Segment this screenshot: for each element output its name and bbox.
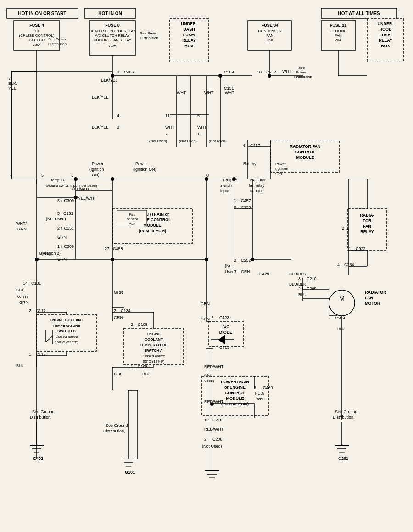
svg-text:UNDER-: UNDER- — [181, 22, 197, 26]
svg-text:BLK/: BLK/ — [8, 81, 17, 86]
svg-text:switch: switch — [220, 183, 232, 188]
svg-text:WHT: WHT — [256, 397, 266, 401]
svg-text:RELAY: RELAY — [360, 230, 374, 234]
svg-text:POWERTRAIN: POWERTRAIN — [221, 380, 249, 384]
svg-text:C209: C209 — [307, 286, 317, 291]
svg-text:C406: C406 — [124, 70, 134, 74]
svg-text:C108: C108 — [138, 364, 148, 369]
svg-text:7: 7 — [8, 77, 11, 81]
svg-text:A/C: A/C — [222, 325, 229, 329]
svg-text:FUSE 34: FUSE 34 — [262, 23, 279, 28]
svg-text:C151: C151 — [224, 86, 234, 90]
svg-text:15A: 15A — [267, 38, 273, 42]
svg-text:4: 4 — [117, 113, 119, 118]
svg-text:ENGINE COOLANT: ENGINE COOLANT — [50, 318, 84, 322]
svg-text:FAN: FAN — [365, 296, 373, 300]
svg-text:RELAY: RELAY — [182, 38, 196, 43]
svg-text:GRN: GRN — [17, 227, 27, 231]
svg-text:RADIATOR FAN: RADIATOR FAN — [290, 144, 320, 149]
svg-text:BLU: BLU — [298, 292, 307, 297]
svg-text:2: 2 — [204, 437, 206, 442]
svg-text:See Ground: See Ground — [32, 409, 55, 414]
svg-point-284 — [111, 177, 114, 181]
svg-text:BOX: BOX — [184, 44, 194, 48]
svg-text:27: 27 — [105, 246, 109, 251]
svg-text:HEATER CONTROL RELAY: HEATER CONTROL RELAY — [89, 29, 136, 33]
svg-text:FUSE 8: FUSE 8 — [105, 23, 120, 28]
svg-text:RED/WHT: RED/WHT — [204, 427, 223, 431]
svg-text:Power: Power — [92, 162, 104, 166]
svg-text:(Not: (Not — [225, 263, 233, 268]
svg-text:See Power: See Power — [140, 31, 158, 35]
svg-text:HOT IN ON: HOT IN ON — [98, 11, 122, 16]
svg-text:COOLANT: COOLANT — [145, 337, 163, 342]
svg-text:fan relay: fan relay — [249, 183, 265, 188]
svg-text:UNDER-: UNDER- — [378, 22, 394, 26]
svg-text:Closed above: Closed above — [143, 354, 165, 358]
svg-text:GRN: GRN — [39, 251, 48, 256]
svg-text:5: 5 — [197, 113, 200, 118]
svg-text:(Not Used): (Not Used) — [46, 217, 66, 221]
svg-text:Distribution,: Distribution, — [294, 75, 313, 79]
svg-text:SWITCH B: SWITCH B — [57, 329, 76, 333]
svg-text:BOX: BOX — [381, 44, 390, 48]
svg-text:control: control — [127, 217, 138, 221]
svg-text:2: 2 — [342, 226, 344, 230]
svg-text:A27: A27 — [129, 222, 136, 226]
svg-text:(ignition: (ignition — [275, 167, 288, 171]
svg-text:C423: C423 — [219, 345, 229, 350]
svg-text:FUSE 4: FUSE 4 — [29, 23, 44, 28]
svg-text:EAT ECU: EAT ECU — [29, 38, 45, 42]
svg-text:(PCM or ECM): (PCM or ECM) — [139, 229, 166, 233]
svg-text:Distribution,: Distribution, — [140, 36, 159, 40]
svg-text:WHT/: WHT/ — [16, 221, 27, 226]
svg-text:FUSE/: FUSE/ — [380, 33, 392, 37]
svg-text:TOR: TOR — [363, 218, 372, 223]
svg-text:11: 11 — [165, 113, 170, 118]
svg-text:WHT: WHT — [177, 90, 186, 95]
svg-text:Distribution,: Distribution, — [48, 42, 67, 46]
svg-text:C252: C252 — [241, 258, 251, 263]
svg-text:G402: G402 — [33, 456, 43, 461]
svg-point-328 — [251, 258, 254, 261]
svg-text:C309: C309 — [224, 70, 234, 74]
svg-text:DASH: DASH — [183, 27, 195, 32]
svg-text:20A: 20A — [335, 38, 342, 42]
svg-text:ENGINE: ENGINE — [147, 332, 161, 336]
svg-text:control: control — [250, 189, 262, 193]
diagram-svg: HOT IN ON OR START HOT IN ON HOT AT ALL … — [0, 0, 413, 532]
svg-text:FAN: FAN — [335, 34, 342, 38]
svg-text:C423: C423 — [219, 315, 229, 320]
svg-text:(ignition ON): (ignition ON) — [133, 167, 156, 172]
svg-text:FUSE/: FUSE/ — [183, 33, 195, 37]
svg-text:2 ↑ C151: 2 ↑ C151 — [57, 226, 74, 230]
svg-text:3: 3 — [298, 276, 301, 281]
svg-text:C210: C210 — [212, 418, 223, 422]
svg-text:GRN: GRN — [201, 302, 210, 306]
svg-text:Fan: Fan — [129, 213, 135, 217]
svg-text:2: 2 — [131, 322, 133, 327]
svg-text:DIODE: DIODE — [219, 330, 233, 335]
svg-text:ECU: ECU — [33, 29, 41, 33]
svg-text:See Power: See Power — [48, 37, 66, 41]
svg-text:BLK/YEL: BLK/YEL — [92, 125, 109, 129]
svg-text:See Ground: See Ground — [335, 409, 357, 414]
svg-text:BLK: BLK — [16, 364, 24, 368]
svg-point-285 — [205, 177, 208, 181]
svg-text:GRN: GRN — [19, 300, 28, 305]
svg-text:RED/WHT: RED/WHT — [204, 399, 223, 404]
svg-text:RED/: RED/ — [255, 391, 265, 396]
svg-text:G101: G101 — [125, 470, 135, 475]
svg-text:See: See — [298, 66, 305, 70]
svg-text:C209: C209 — [335, 316, 345, 320]
svg-text:2: 2 — [211, 315, 213, 320]
svg-text:RADIA-: RADIA- — [360, 213, 374, 218]
svg-text:CONTROL: CONTROL — [225, 391, 246, 395]
svg-text:FUSE 21: FUSE 21 — [330, 23, 347, 28]
svg-text:(Not Used): (Not Used) — [149, 139, 167, 143]
svg-text:HOT IN ON OR START: HOT IN ON OR START — [18, 11, 67, 16]
svg-text:CONDENSER: CONDENSER — [258, 29, 281, 33]
svg-text:TEMPERATURE: TEMPERATURE — [53, 324, 81, 328]
svg-text:5: 5 — [57, 211, 60, 216]
svg-text:4: 4 — [337, 263, 340, 267]
